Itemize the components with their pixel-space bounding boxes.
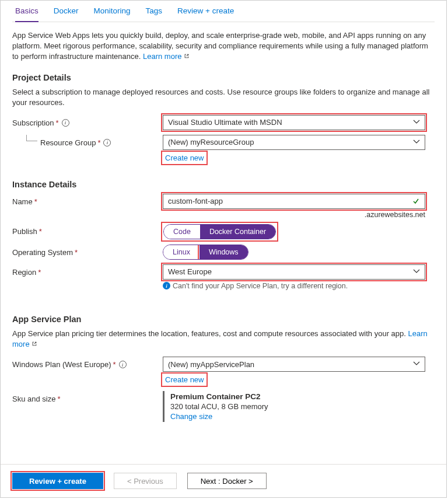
required-asterisk: * — [34, 197, 37, 206]
region-select[interactable]: West Europe — [163, 264, 425, 280]
region-label: Region * — [12, 264, 163, 277]
region-hint-text: Can't find your App Service Plan, try a … — [173, 282, 348, 290]
required-asterisk: * — [75, 248, 78, 257]
create-new-plan-link[interactable]: Create new — [163, 374, 206, 385]
info-badge-icon: i — [163, 282, 170, 289]
publish-code-option[interactable]: Code — [164, 225, 200, 239]
name-value: custom-font-app — [168, 197, 223, 205]
name-input[interactable]: custom-font-app — [163, 194, 425, 209]
plan-desc-text: App Service plan pricing tier determines… — [12, 329, 408, 338]
name-suffix: .azurewebsites.net — [163, 211, 425, 219]
intro-body: App Service Web Apps lets you quickly bu… — [12, 31, 428, 61]
check-icon — [412, 197, 420, 207]
project-desc: Select a subscription to manage deployed… — [12, 87, 435, 108]
external-link-icon — [184, 53, 190, 59]
subscription-value: Visual Studio Ultimate with MSDN — [168, 118, 282, 127]
os-linux-option[interactable]: Linux — [163, 245, 200, 259]
name-label: Name * — [12, 194, 163, 206]
windows-plan-value: (New) myAppServicePlan — [168, 360, 254, 369]
external-link-icon — [32, 341, 37, 347]
tab-docker[interactable]: Docker — [54, 6, 79, 22]
next-button[interactable]: Next : Docker > — [187, 473, 267, 489]
change-size-link[interactable]: Change size — [170, 412, 435, 421]
windows-plan-select[interactable]: (New) myAppServicePlan — [163, 357, 425, 372]
info-icon[interactable]: i — [62, 119, 69, 127]
resource-group-select[interactable]: (New) myResourceGroup — [163, 135, 425, 150]
plan-desc: App Service plan pricing tier determines… — [12, 329, 435, 350]
region-hint: i Can't find your App Service Plan, try … — [163, 282, 435, 290]
subscription-select[interactable]: Visual Studio Ultimate with MSDN — [163, 115, 425, 130]
required-asterisk: * — [38, 268, 41, 277]
required-asterisk: * — [57, 395, 60, 403]
sku-box: Premium Container PC2 320 total ACU, 8 G… — [163, 391, 435, 422]
previous-button: < Previous — [114, 473, 177, 489]
tab-monitoring[interactable]: Monitoring — [94, 6, 131, 22]
required-asterisk: * — [97, 138, 100, 147]
review-create-button[interactable]: Review + create — [12, 473, 103, 489]
required-asterisk: * — [113, 360, 116, 369]
tab-review[interactable]: Review + create — [177, 6, 234, 22]
publish-docker-option[interactable]: Docker Container — [200, 225, 275, 239]
sku-label: Sku and size * — [12, 391, 163, 403]
publish-label: Publish * — [12, 224, 163, 236]
resource-group-value: (New) myResourceGroup — [168, 138, 254, 146]
windows-plan-label: Windows Plan (West Europe) * i — [12, 357, 163, 369]
plan-heading: App Service Plan — [12, 315, 435, 324]
tabs-bar: Basics Docker Monitoring Tags Review + c… — [12, 1, 435, 22]
os-toggle: Linux Windows — [163, 245, 249, 260]
sku-title: Premium Container PC2 — [170, 392, 435, 401]
info-icon[interactable]: i — [103, 139, 111, 146]
create-new-rg-link[interactable]: Create new — [163, 152, 206, 163]
intro-text: App Service Web Apps lets you quickly bu… — [12, 30, 435, 62]
os-windows-option[interactable]: Windows — [200, 245, 248, 259]
chevron-down-icon — [413, 118, 420, 127]
resource-group-label: Resource Group * i — [12, 135, 163, 147]
os-label: Operating System * — [12, 245, 163, 257]
chevron-down-icon — [413, 138, 420, 147]
required-asterisk: * — [39, 227, 42, 236]
publish-toggle: Code Docker Container — [163, 224, 276, 239]
instance-heading: Instance Details — [12, 180, 435, 189]
tab-tags[interactable]: Tags — [146, 6, 163, 22]
chevron-down-icon — [413, 268, 420, 277]
subscription-label: Subscription * i — [12, 115, 163, 127]
required-asterisk: * — [56, 118, 59, 127]
footer-bar: Review + create < Previous Next : Docker… — [1, 464, 446, 497]
chevron-down-icon — [413, 360, 420, 369]
learn-more-label: Learn more — [143, 52, 181, 61]
learn-more-link[interactable]: Learn more — [143, 52, 190, 61]
region-value: West Europe — [168, 267, 212, 276]
sku-detail: 320 total ACU, 8 GB memory — [170, 402, 435, 411]
tab-basics[interactable]: Basics — [15, 6, 38, 22]
project-heading: Project Details — [12, 73, 435, 82]
info-icon[interactable]: i — [119, 361, 127, 368]
